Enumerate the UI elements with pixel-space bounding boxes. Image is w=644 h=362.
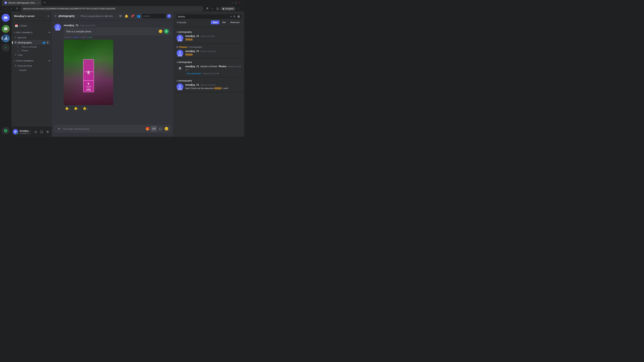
incognito-button[interactable]: ◉ Incognito <box>220 7 236 10</box>
result-2-avatar[interactable] <box>176 50 183 56</box>
bookmark-button[interactable]: ☆ <box>210 6 214 11</box>
channel-item-chat[interactable]: # chat <box>13 52 50 57</box>
result-1-avatar[interactable] <box>176 35 183 41</box>
user-panel: M moodjoy_71 moodjoy71_0... ⊘ 🎧 ⚙ <box>12 127 52 137</box>
result-2-content: moodjoy_71 Today at 12:03 AM Photos <box>185 50 242 56</box>
see-all-label: See all <box>186 72 193 75</box>
emoji-button[interactable]: 😊 <box>164 126 169 131</box>
result-channel-hash-1: # <box>176 30 178 33</box>
see-all-threads-link[interactable]: See all threads <box>186 72 202 75</box>
mic-button[interactable]: 🎤 <box>204 6 209 11</box>
thread-item-1[interactable]: This is a thread! <box>13 45 50 49</box>
message-input[interactable] <box>63 127 144 130</box>
discover-servers-button[interactable] <box>2 127 10 135</box>
message-author-name[interactable]: moodjoy_71 <box>64 24 78 27</box>
message-edit-box: 😊 G <box>64 27 171 35</box>
search-result-1[interactable]: # photography moodjoy_71 To <box>174 28 244 43</box>
voice-channel-channel-here[interactable]: # channel-here <box>13 63 50 68</box>
result-4-avatar[interactable] <box>176 83 183 90</box>
notifications-button[interactable]: 🔔 <box>124 14 129 18</box>
channel-settings-button[interactable]: ⚙ <box>46 41 49 44</box>
forward-button[interactable]: → <box>9 6 14 11</box>
add-voice-channel-button[interactable]: + <box>48 59 50 62</box>
search-panel-input[interactable] <box>178 15 229 18</box>
filter-new-button[interactable]: New <box>211 20 219 24</box>
event-banner[interactable]: 📅 1 Event <box>13 23 50 29</box>
new-tab-button[interactable]: + <box>42 0 47 5</box>
reaction-2[interactable]: 😖 1 <box>72 106 81 111</box>
threads-button[interactable]: ⧉ <box>118 14 123 18</box>
message-image[interactable]: 行者滝 Geija Taki Fall ← 不動滝まで Fudo Taki Fa… <box>64 40 114 105</box>
message-header: moodjoy_71 Today at 11:24 PM <box>64 24 171 27</box>
members-list-button[interactable]: 👥 <box>136 14 141 18</box>
server-header[interactable]: Moodjoy's server ∨ <box>12 12 52 20</box>
thread-name-1: This is a thread! <box>22 45 37 48</box>
filter-old-button[interactable]: Old <box>220 20 228 24</box>
message-author-avatar[interactable] <box>54 24 61 30</box>
reaction-emoji-2: 😖 <box>74 107 78 110</box>
voice-sub-name: Sample <box>19 69 26 71</box>
gif-button[interactable]: GIF <box>151 126 157 131</box>
window-minimize[interactable]: ─ <box>231 1 234 4</box>
cancel-edit-link[interactable]: cancel <box>73 36 79 38</box>
threads-label[interactable]: threads <box>194 72 201 75</box>
text-channels-label: TEXT CHANNELS <box>16 31 32 33</box>
text-channels-header[interactable]: ▾ TEXT CHANNELS + <box>12 30 52 35</box>
channel-item-photography[interactable]: # photography 👥 ⚙ <box>13 40 50 45</box>
pinned-messages-button[interactable]: 📌 <box>130 14 135 18</box>
reaction-1[interactable]: 😄 1 <box>64 106 72 111</box>
back-button[interactable]: ← <box>3 6 8 11</box>
current-user-avatar[interactable]: M <box>13 129 18 134</box>
messages-area[interactable]: moodjoy_71 Today at 11:24 PM 😊 G escape … <box>52 20 174 125</box>
search-icon-button[interactable] <box>233 15 236 18</box>
search-results-panel: × ? 4 Results New Old Relevant <box>174 12 244 137</box>
svg-point-7 <box>178 51 181 54</box>
thread-result-icon: ⧉ <box>176 45 178 48</box>
tab-close-button[interactable]: × <box>38 1 39 4</box>
reaction-count-2: 1 <box>78 107 79 110</box>
search-result-3[interactable]: # photography ⧉ moodjoy_71 started a thr… <box>174 59 244 77</box>
address-bar[interactable] <box>20 6 204 11</box>
thread-result-channel: # photography <box>188 46 202 48</box>
add-server-button[interactable]: + <box>2 43 10 52</box>
save-edit-link[interactable]: save <box>88 36 92 38</box>
emoji-picker-button[interactable]: 😊 <box>158 29 163 33</box>
voice-channels-header[interactable]: ▾ VOICE CHANNELS + <box>12 58 52 63</box>
channel-search-input[interactable] <box>142 14 166 18</box>
window-close[interactable]: × <box>238 1 241 4</box>
grammarly-icon: G <box>164 29 169 34</box>
gift-button[interactable]: 🎁 <box>145 126 150 131</box>
add-attachment-button[interactable]: + <box>56 126 62 131</box>
result-3-content: moodjoy_71 started a thread: Photos Toda… <box>185 65 242 75</box>
user-settings-button[interactable]: ⚙ <box>45 129 50 134</box>
discord-home-button[interactable] <box>2 14 10 22</box>
message-edit-input[interactable] <box>66 30 157 33</box>
browser-menu-button[interactable]: ⋮ <box>236 6 241 11</box>
sign-1: 行者滝 Geija Taki Fall <box>83 59 94 81</box>
channel-members-button[interactable]: 👥 <box>42 41 45 44</box>
server-icon-2[interactable]: 🏞 <box>2 34 10 42</box>
help-button[interactable]: ? <box>167 14 171 18</box>
screen-cast-button[interactable]: ⬛ <box>215 6 220 11</box>
thread-item-photos[interactable]: Photos <box>13 49 50 52</box>
search-result-2[interactable]: ⧉ Photos # photography <box>174 43 244 59</box>
active-tab[interactable]: ⚑ Discord | #photography | Moo... × <box>2 0 42 6</box>
reaction-3[interactable]: 😆 1 <box>82 106 90 111</box>
headset-button[interactable]: 🎧 <box>39 129 44 134</box>
search-help-button[interactable]: ? <box>237 15 240 18</box>
filter-relevant-button[interactable]: Relevant <box>228 20 242 24</box>
voice-sub-item-sample[interactable]: Sample <box>13 68 50 72</box>
mute-button[interactable]: ⊘ <box>33 129 38 134</box>
sticker-button[interactable]: ◻ <box>158 126 163 131</box>
result-3-thread-label: Photos <box>218 65 226 68</box>
search-clear-button[interactable]: × <box>230 15 232 18</box>
result-3-avatar[interactable]: ⧉ <box>176 65 183 71</box>
add-text-channel-button[interactable]: + <box>48 31 50 34</box>
window-maximize[interactable]: □ <box>234 1 237 4</box>
reload-button[interactable]: ↻ <box>15 6 20 11</box>
result-3-channel-name: photography <box>178 61 192 63</box>
channel-item-general[interactable]: # general <box>13 35 50 40</box>
search-result-4[interactable]: # photography moodjoy_71 To <box>174 77 244 92</box>
server-icon-1[interactable]: 🏔 <box>2 25 10 33</box>
thread-name-link[interactable]: Photos <box>179 46 187 48</box>
